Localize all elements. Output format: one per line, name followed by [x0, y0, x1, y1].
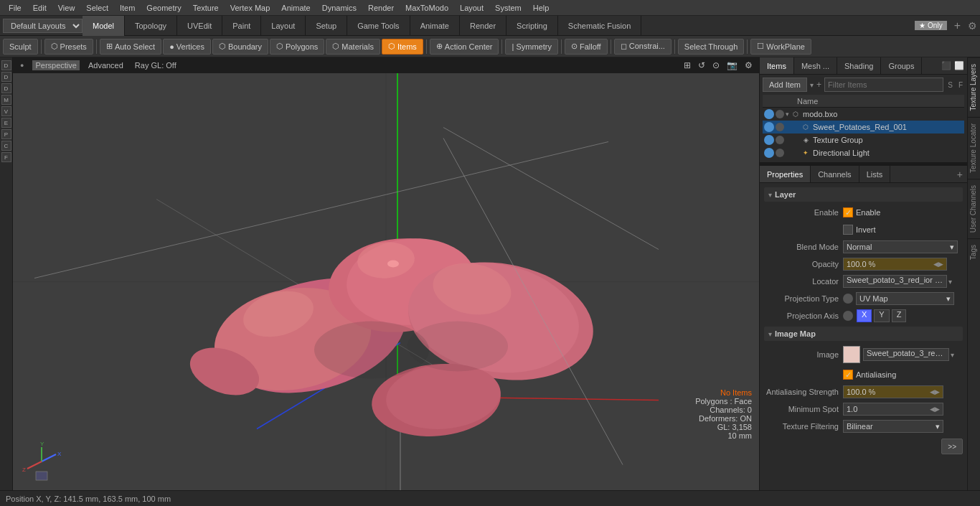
items-filter-input[interactable] [824, 78, 943, 92]
side-tab-texture-locator[interactable]: Texture Locator [968, 117, 980, 179]
layout-tab-schematic[interactable]: Schematic Fusion [558, 16, 641, 36]
viewport[interactable]: ● Perspective Advanced Ray GL: Off ⊞ ↺ ⊙… [13, 57, 759, 490]
axis-y-button[interactable]: Y [874, 309, 889, 322]
menu-animate[interactable]: Animate [275, 2, 316, 14]
left-panel-item-8[interactable]: C [1, 141, 11, 151]
left-panel-item-6[interactable]: E [1, 118, 11, 128]
viewport-toggle-dot[interactable]: ● [17, 61, 27, 70]
layout-tab-scripting[interactable]: Scripting [507, 16, 558, 36]
down-arrow-icon[interactable]: ▾ [810, 81, 814, 89]
menu-dynamics[interactable]: Dynamics [316, 2, 362, 14]
menu-help[interactable]: Help [527, 2, 555, 14]
menu-layout[interactable]: Layout [454, 2, 489, 14]
layout-tab-uvedit[interactable]: UVEdit [177, 16, 222, 36]
props-tab-add[interactable]: + [957, 166, 967, 182]
layer-expand-icon[interactable]: ▾ [768, 191, 772, 199]
item-expand-modo-bxo[interactable]: ▾ [786, 111, 789, 118]
axis-x-button[interactable]: X [857, 309, 872, 322]
item-eye-modo-bxo[interactable] [764, 109, 774, 119]
menu-view[interactable]: View [52, 2, 81, 14]
projection-type-dropdown[interactable]: UV Map ▾ [856, 292, 954, 305]
sculpt-button[interactable]: Sculpt [3, 39, 38, 55]
tab-groups[interactable]: Groups [881, 57, 922, 74]
axis-z-button[interactable]: Z [892, 309, 907, 322]
menu-select[interactable]: Select [80, 2, 114, 14]
left-panel-item-7[interactable]: P [1, 129, 11, 139]
opacity-value[interactable]: 100.0 % ◀▶ [843, 258, 947, 271]
min-spot-value[interactable]: 1.0 ◀▶ [843, 403, 943, 416]
left-panel-item-5[interactable]: V [1, 106, 11, 116]
layout-tab-paint[interactable]: Paint [222, 16, 261, 36]
side-tab-user-channels[interactable]: User Channels [968, 179, 980, 238]
viewport-expand-icon[interactable]: ⊞ [682, 60, 693, 71]
invert-checkbox[interactable] [843, 225, 853, 235]
item-eye-sweet[interactable] [764, 122, 774, 132]
left-panel-item-3[interactable]: D [1, 83, 11, 93]
menu-file[interactable]: File [3, 2, 27, 14]
layout-select[interactable]: Default Layouts [3, 19, 83, 33]
enable-checkbox[interactable]: ✓ [843, 207, 853, 217]
add-layout-button[interactable]: + [950, 19, 965, 32]
menu-item[interactable]: Item [114, 2, 141, 14]
antialiasing-checkbox[interactable]: ✓ [843, 370, 853, 380]
viewport-camera-icon[interactable]: 📷 [725, 60, 740, 71]
image-dropdown-arrow[interactable]: ▾ [949, 351, 956, 359]
presets-button[interactable]: ⬡ Presets [44, 39, 93, 55]
menu-vertex-map[interactable]: Vertex Map [225, 2, 276, 14]
viewport-advanced[interactable]: Advanced [85, 60, 126, 70]
image-name-value[interactable]: Sweet_potato_3_red_... [863, 348, 949, 361]
list-item-directional-light[interactable]: ▾ ✦ Directional Light [763, 146, 964, 159]
viewport-ray-gl[interactable]: Ray GL: Off [132, 60, 179, 70]
layout-tab-render[interactable]: Render [460, 16, 507, 36]
menu-maxtomodo[interactable]: MaxToModo [400, 2, 454, 14]
workplane-button[interactable]: ☐ WorkPlane [750, 39, 811, 55]
layout-tab-model[interactable]: Model [83, 16, 125, 36]
menu-texture[interactable]: Texture [187, 2, 225, 14]
list-item-sweet-potatoes[interactable]: ▾ ⬡ Sweet_Potatoes_Red_001 [763, 121, 964, 133]
projection-type-radio[interactable] [843, 294, 853, 304]
layout-tab-topology[interactable]: Topology [125, 16, 177, 36]
item-eye-light[interactable] [764, 148, 774, 158]
menu-render[interactable]: Render [362, 2, 400, 14]
auto-select-button[interactable]: ⊞ Auto Select [100, 39, 161, 55]
items-button[interactable]: ⬡ Items [382, 39, 423, 55]
symmetry-button[interactable]: | Symmetry [505, 39, 557, 55]
vertices-button[interactable]: ● Vertices [163, 39, 211, 55]
filter-f-icon[interactable]: F [957, 81, 964, 89]
viewport-settings-icon[interactable]: ⚙ [743, 60, 755, 71]
image-map-expand-icon[interactable]: ▾ [768, 330, 772, 338]
left-panel-item-9[interactable]: F [1, 152, 11, 162]
side-tab-texture-layers[interactable]: Texture Layers [968, 57, 980, 117]
left-panel-item-2[interactable]: D [1, 72, 11, 82]
projection-axis-radio[interactable] [843, 311, 853, 321]
menu-edit[interactable]: Edit [27, 2, 52, 14]
item-eye2-sweet[interactable] [776, 123, 784, 131]
left-panel-item-1[interactable]: D [1, 60, 11, 70]
viewport-canvas[interactable]: No Items Polygons : Face Channels: 0 Def… [13, 73, 759, 490]
falloff-button[interactable]: ⊙ Falloff [565, 39, 608, 55]
add-item-button[interactable]: Add Item [763, 78, 807, 92]
locator-value[interactable]: Sweet_potato_3_red_ior (Im ... [843, 275, 947, 288]
materials-button[interactable]: ⬡ Materials [326, 39, 380, 55]
menu-system[interactable]: System [489, 2, 527, 14]
item-eye2-light[interactable] [776, 149, 784, 157]
locator-dropdown-arrow[interactable]: ▾ [947, 278, 953, 286]
viewport-perspective[interactable]: Perspective [32, 60, 79, 70]
select-through-button[interactable]: Select Through [678, 39, 744, 55]
expand-all-button[interactable]: >> [941, 439, 963, 454]
aa-strength-value[interactable]: 100.0 % ◀▶ [843, 385, 943, 398]
viewport-lock-icon[interactable]: ⊙ [710, 60, 722, 71]
props-tab-properties[interactable]: Properties [760, 166, 811, 182]
left-panel-item-4[interactable]: M [1, 95, 11, 105]
tab-shading[interactable]: Shading [837, 57, 881, 74]
polygons-button[interactable]: ⬡ Polygons [270, 39, 324, 55]
item-eye-texture[interactable] [764, 135, 774, 145]
action-center-button[interactable]: ⊕ Action Center [430, 39, 499, 55]
boundary-button[interactable]: ⬡ Boundary [212, 39, 268, 55]
item-eye2-modo-bxo[interactable] [776, 110, 784, 118]
tab-items[interactable]: Items [760, 57, 794, 74]
layout-tab-layout[interactable]: Layout [261, 16, 306, 36]
tab-mesh[interactable]: Mesh ... [794, 57, 837, 74]
layout-tab-setup[interactable]: Setup [306, 16, 347, 36]
list-item-modo-bxo[interactable]: ▾ ⬡ modo.bxo [763, 108, 964, 121]
